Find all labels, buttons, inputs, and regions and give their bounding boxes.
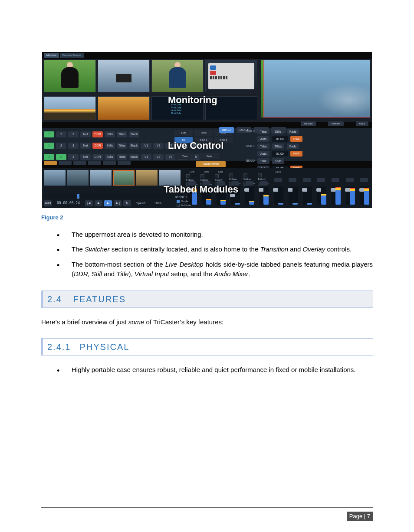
cityscape-graphic [264, 60, 370, 117]
mixer-channel: Line Follow Mono [215, 170, 227, 206]
monitor-buttons: Record Stream Grab [301, 121, 368, 126]
mixer-channel: Follow Mono [258, 170, 269, 206]
presenter-graphic [168, 62, 187, 88]
presenter-graphic [60, 62, 80, 88]
mixer-channel: DDR [272, 170, 284, 206]
bullet-item: The uppermost area is devoted to monitor… [57, 230, 373, 240]
bullet-item: The Switcher section is centrally locate… [57, 245, 373, 255]
stills-timecode: 00:00:15:00 [99, 96, 115, 97]
playhead[interactable] [77, 194, 79, 199]
mixer-channel [287, 170, 299, 206]
tab-monitors[interactable]: Monitors [44, 53, 59, 58]
thumb-label: atra 1 [45, 60, 53, 60]
loop-button[interactable]: ↻ [123, 200, 131, 206]
heading-number: 2.4.1 [47, 340, 71, 353]
thumb-camera-3[interactable]: Camera 3 [151, 60, 204, 92]
network-panel [208, 63, 254, 89]
thumb-asset[interactable]: 0.08.08.24 [44, 96, 96, 120]
mixer-channel: Follow Mono [243, 170, 255, 206]
titles-list: Sign 1.dbr Sign 2.dbr Fruit 1.dbr Fruit … [171, 98, 181, 114]
take-button[interactable]: Take [174, 153, 195, 159]
tab-preview-scopes[interactable]: Preview Scopes [60, 53, 84, 58]
mixer-channel [315, 170, 327, 206]
mixer-channel: Follow Mono [229, 170, 241, 206]
heading-title: FEATURES [73, 293, 126, 306]
take-auto: Take Auto [174, 153, 220, 159]
timeline[interactable] [44, 195, 181, 198]
thumb-fx[interactable] [205, 96, 257, 120]
bullet-item: Highly portable case ensures robust, rel… [57, 365, 373, 375]
prev-button[interactable]: |◄ [85, 200, 93, 206]
program-row: 1 2 3 Net DDR Stills Titles Black [44, 131, 139, 137]
program-monitor[interactable]: Program [263, 60, 370, 117]
thumb-label: Camera 3 [153, 60, 166, 60]
mixer-channel [301, 170, 313, 206]
bottom-row-tabs [44, 161, 131, 165]
clip-tile[interactable] [113, 170, 135, 186]
timecode: 00.00.08.24 [57, 201, 80, 206]
tabbed-modules-band: Add 00.00.08.24 |◄ ■ ► ►| ↻ Speed 100% 0… [42, 168, 372, 208]
mixer-channel [358, 170, 370, 206]
thumb-label: Camera 2 [99, 60, 112, 60]
mixer-channel [344, 170, 356, 206]
clip-tile[interactable] [44, 170, 66, 186]
clip-bin [44, 170, 181, 186]
monitor-tabs: Monitors Preview Scopes [44, 53, 84, 58]
audio-mixer-tab[interactable]: Audio Mixer [196, 161, 226, 167]
grab-button[interactable]: Grab [356, 121, 368, 126]
clip-tile[interactable] [90, 170, 112, 186]
main-bullets: The uppermost area is devoted to monitor… [57, 230, 373, 279]
physical-bullets: Highly portable case ensures robust, rel… [57, 365, 373, 375]
heading-number: 2.4 [47, 293, 62, 306]
asset-timecode: 0.08.08.24 [45, 96, 59, 97]
mixer-channel: Line Follow Mono [200, 170, 212, 206]
audio-mixer: Line Follow Mono Line Follow Mono Line [186, 170, 370, 206]
play-button[interactable]: ► [104, 200, 112, 206]
thumb-network[interactable]: Network [205, 60, 257, 92]
clip-tile[interactable] [136, 170, 158, 186]
thumb-camera-1[interactable]: atra 1 [44, 60, 96, 92]
preview-row: 1 2 3 Net DDR Stills Titles Black V1 V2 … [44, 143, 200, 149]
live-desktop-screenshot: Monitors Preview Scopes atra 1 Camera 2 … [42, 52, 372, 208]
next-button[interactable]: ►| [114, 200, 122, 206]
auto-button[interactable]: Auto [199, 153, 220, 159]
speed-value: 100% [154, 201, 161, 206]
add-button[interactable]: Add [44, 200, 52, 206]
clip-tile[interactable] [159, 170, 181, 186]
live-control-band: 1 2 3 Net DDR Stills Titles Black 1 2 3 … [42, 128, 372, 161]
thumb-titles[interactable]: 00:00:15:00 Sign 1.dbr Sign 2.dbr Fruit … [151, 96, 204, 120]
thumb-label: Network [207, 60, 218, 60]
intro-text: Here’s a brief overview of just some of … [41, 317, 373, 327]
record-button[interactable]: Record [301, 121, 316, 126]
thumb-stills[interactable]: 00:00:15:00 [98, 96, 150, 120]
bullet-item: The bottom-most section of the Live Desk… [57, 260, 373, 279]
heading-title: PHYSICAL [79, 340, 129, 353]
right-controls: DSK 2 Take Stills Fade Auto 01.00 FADE D… [243, 129, 302, 171]
stream-button[interactable]: Stream [328, 121, 343, 126]
footer-divider [41, 507, 373, 508]
speed-label: Speed [136, 201, 145, 206]
transport-controls: Add 00.00.08.24 |◄ ■ ► ►| ↻ Speed 100% [44, 200, 165, 206]
page-number: Page | 7 [347, 512, 373, 521]
mixer-channel [330, 170, 342, 206]
heading-2-4: 2.4 FEATURES [41, 290, 373, 308]
monitoring-band: Monitors Preview Scopes atra 1 Camera 2 … [42, 59, 372, 122]
heading-2-4-1: 2.4.1 PHYSICAL [41, 338, 373, 356]
level-meter [192, 186, 197, 205]
thumb-camera-2[interactable]: Camera 2 [98, 60, 150, 92]
stop-button[interactable]: ■ [95, 200, 102, 206]
clip-tile[interactable] [67, 170, 89, 186]
titles-timecode: 00:00:15:00 [153, 96, 169, 97]
figure-caption: Figure 2 [41, 213, 373, 222]
mixer-channel: Line Follow Mono [186, 170, 198, 206]
